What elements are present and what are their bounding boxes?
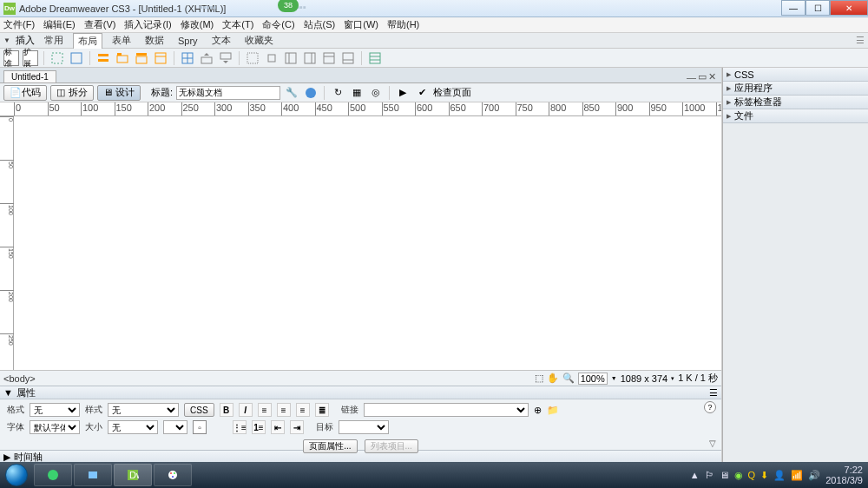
select-tool-icon[interactable]: ⬚ (535, 373, 543, 384)
target-select[interactable] (339, 420, 389, 434)
menu-help[interactable]: 帮助(H) (387, 18, 419, 31)
preview-browser-icon[interactable] (303, 85, 319, 101)
close-button[interactable]: ✕ (830, 0, 868, 16)
menu-window[interactable]: 窗口(W) (344, 18, 378, 31)
menu-text[interactable]: 文本(T) (222, 18, 253, 31)
style-select[interactable]: 无 (108, 403, 179, 417)
menu-modify[interactable]: 修改(M) (181, 18, 214, 31)
zoom-dropdown-icon[interactable]: ▼ (611, 375, 617, 381)
zoom-tool-icon[interactable]: 🔍 (562, 373, 575, 384)
view-options-icon[interactable]: ▦ (349, 85, 365, 101)
taskbar-dreamweaver-icon[interactable]: Dw (114, 464, 152, 486)
check-browser-icon[interactable]: ✔ (414, 85, 430, 101)
insert-row-below-icon[interactable] (218, 50, 233, 66)
document-tab[interactable]: Untitled-1 (3, 70, 56, 82)
format-select[interactable]: 无 (30, 403, 80, 417)
size-unit-select[interactable] (163, 420, 187, 434)
insert-tab-layout[interactable]: 布局 (73, 33, 102, 49)
properties-menu-icon[interactable]: ☰ (709, 387, 718, 399)
window-size[interactable]: 1089 x 374 (621, 373, 667, 384)
css-button[interactable]: CSS (184, 403, 214, 417)
page-properties-button[interactable]: 页面属性... (303, 439, 357, 453)
frames-bottom-icon[interactable] (340, 50, 356, 66)
frames-top-icon[interactable] (321, 50, 337, 66)
insert-tab-spry[interactable]: Spry (174, 35, 202, 47)
hand-tool-icon[interactable]: ✋ (547, 373, 559, 384)
insert-apdiv-icon[interactable] (69, 50, 84, 66)
properties-panel-header[interactable]: ▼ 属性 ☰ (0, 386, 721, 399)
size-select[interactable]: 无 (108, 420, 158, 434)
menu-file[interactable]: 文件(F) (3, 18, 35, 31)
panel-css[interactable]: ▶CSS (723, 68, 868, 82)
menu-commands[interactable]: 命令(C) (262, 18, 294, 31)
file-management-icon[interactable]: 🔧 (284, 85, 299, 101)
tabular-data-icon[interactable] (367, 50, 383, 66)
insert-tab-data[interactable]: 数据 (141, 33, 168, 48)
frames-right-icon[interactable] (302, 50, 318, 66)
menu-view[interactable]: 查看(V) (84, 18, 116, 31)
maximize-button[interactable]: ☐ (806, 0, 830, 16)
standard-mode-button[interactable]: 标准 (3, 50, 19, 66)
doc-title-input[interactable] (176, 86, 280, 100)
text-color-button[interactable]: ▫ (193, 420, 207, 434)
view-design-button[interactable]: 🖥设计 (97, 85, 141, 101)
panel-files[interactable]: ▶文件 (723, 109, 868, 123)
menu-edit[interactable]: 编辑(E) (43, 18, 76, 31)
menu-insert[interactable]: 插入记录(I) (124, 18, 171, 31)
ordered-list-button[interactable]: 1≡ (252, 420, 266, 434)
spry-tabbed-icon[interactable] (115, 50, 130, 66)
tray-person-icon[interactable]: 👤 (773, 470, 786, 481)
browse-folder-icon[interactable]: 📁 (547, 405, 559, 416)
validate-markup-icon[interactable]: ▶ (395, 85, 411, 101)
taskbar-ie-icon[interactable] (34, 464, 72, 486)
size-dropdown-icon[interactable]: ▾ (671, 375, 674, 382)
properties-help-icon[interactable]: ? (704, 401, 716, 413)
tray-q-icon[interactable]: Q (748, 470, 756, 480)
link-select[interactable] (364, 403, 529, 417)
align-justify-button[interactable]: ≣ (315, 403, 329, 417)
view-split-button[interactable]: ◫拆分 (50, 85, 94, 101)
insert-tab-forms[interactable]: 表单 (108, 33, 135, 48)
point-to-file-icon[interactable]: ⊕ (534, 405, 542, 416)
layout-table-icon[interactable] (245, 50, 260, 66)
tray-download-icon[interactable]: ⬇ (760, 470, 768, 481)
panel-tag-inspector[interactable]: ▶标签检查器 (723, 96, 868, 109)
unordered-list-button[interactable]: ⋮≡ (233, 420, 247, 434)
taskbar-paint-icon[interactable] (154, 464, 192, 486)
insert-tab-text[interactable]: 文本 (207, 33, 235, 48)
tag-selector[interactable]: <body> (3, 373, 36, 384)
insert-collapse-icon[interactable]: ▼ (3, 36, 10, 44)
design-canvas[interactable] (14, 116, 721, 370)
zoom-percent[interactable]: 100% (578, 373, 608, 385)
doc-restore-icon[interactable]: ▭ (698, 71, 707, 82)
align-center-button[interactable]: ≡ (277, 403, 291, 417)
insert-div-icon[interactable] (49, 50, 65, 66)
taskbar-explorer-icon[interactable] (74, 464, 112, 486)
spry-accordion-icon[interactable] (134, 50, 149, 66)
refresh-design-icon[interactable]: ↻ (330, 85, 345, 101)
table-icon[interactable] (180, 50, 195, 66)
insert-options-icon[interactable]: ☰ (856, 35, 865, 46)
indent-button[interactable]: ⇥ (290, 420, 304, 434)
outdent-button[interactable]: ⇤ (271, 420, 285, 434)
tray-clock[interactable]: 7:22 2018/3/9 (825, 465, 863, 485)
minimize-button[interactable]: — (781, 0, 806, 16)
frames-left-icon[interactable] (283, 50, 299, 66)
tray-volume-icon[interactable]: 🔊 (808, 470, 820, 481)
list-item-button[interactable]: 列表项目... (365, 439, 418, 453)
bold-button[interactable]: B (220, 403, 233, 417)
properties-collapse-icon[interactable]: ▼ (3, 387, 13, 398)
properties-expand-icon[interactable]: ▽ (709, 439, 716, 448)
doc-close-icon[interactable]: ✕ (708, 71, 716, 82)
tray-security-icon[interactable]: ◉ (734, 470, 743, 481)
panel-application[interactable]: ▶应用程序 (723, 82, 868, 96)
font-select[interactable]: 默认字体 (30, 420, 80, 434)
insert-tab-common[interactable]: 常用 (40, 33, 68, 48)
tray-action-center-icon[interactable]: 🏳 (705, 470, 714, 480)
tray-network-icon[interactable]: 📶 (791, 470, 803, 481)
tray-up-icon[interactable]: ▲ (690, 470, 700, 480)
insert-tab-favorites[interactable]: 收藏夹 (240, 33, 278, 48)
visual-aids-icon[interactable]: ◎ (368, 85, 384, 101)
menu-site[interactable]: 站点(S) (304, 18, 336, 31)
doc-minimize-icon[interactable]: — (687, 72, 696, 82)
